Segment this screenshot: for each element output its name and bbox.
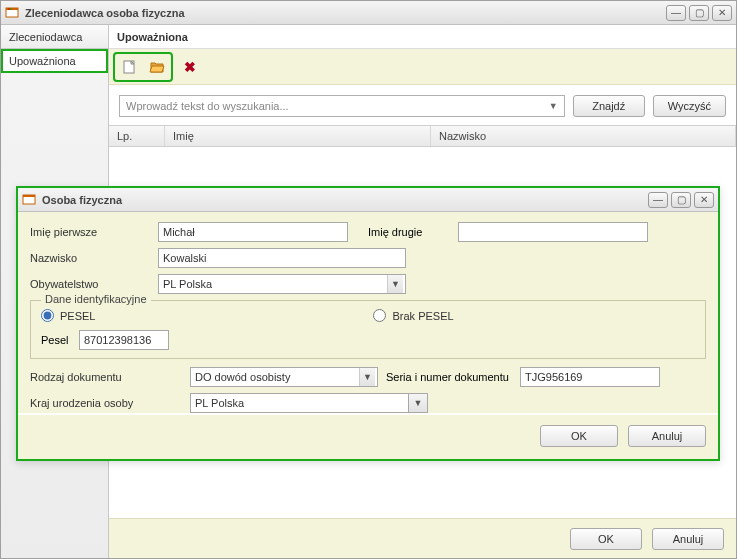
minimize-button[interactable]: —: [666, 5, 686, 21]
main-cancel-button[interactable]: Anuluj: [652, 528, 724, 550]
radio-pesel[interactable]: [41, 309, 54, 322]
dialog-maximize-button[interactable]: ▢: [671, 192, 691, 208]
dialog-window-controls: — ▢ ✕: [648, 192, 714, 208]
panel-header-text: Upoważniona: [117, 31, 188, 43]
app-icon: [22, 193, 36, 207]
maximize-button[interactable]: ▢: [689, 5, 709, 21]
label-pesel: Pesel: [41, 334, 79, 346]
search-bar: Wprowadź tekst do wyszukania... ▼ Znajdź…: [109, 85, 736, 125]
dialog-footer: OK Anuluj: [18, 415, 718, 459]
main-titlebar: Zleceniodawca osoba fizyczna — ▢ ✕: [1, 1, 736, 25]
input-imie-pierwsze[interactable]: [158, 222, 348, 242]
chevron-down-icon: ▼: [409, 394, 427, 412]
toolbar: ✖: [109, 49, 736, 85]
chevron-down-icon: ▼: [359, 368, 375, 386]
open-button[interactable]: [146, 56, 168, 78]
group-dane-identyfikacyjne: Dane identyfikacyjne PESEL Brak PESEL Pe…: [30, 300, 706, 359]
svg-rect-6: [23, 195, 35, 197]
col-nazwisko[interactable]: Nazwisko: [431, 126, 736, 146]
label-rodzaj-dokumentu: Rodzaj dokumentu: [30, 371, 190, 383]
input-imie-drugie[interactable]: [458, 222, 648, 242]
sidebar-tab-label: Zleceniodawca: [9, 31, 82, 43]
dialog-titlebar: Osoba fizyczna — ▢ ✕: [18, 188, 718, 212]
svg-rect-1: [6, 8, 18, 10]
new-button[interactable]: [118, 56, 140, 78]
col-lp[interactable]: Lp.: [109, 126, 165, 146]
label-obywatelstwo: Obywatelstwo: [30, 278, 158, 290]
delete-x-icon: ✖: [184, 59, 196, 75]
dialog-cancel-button[interactable]: Anuluj: [628, 425, 706, 447]
input-seria-numer[interactable]: [520, 367, 660, 387]
person-dialog: Osoba fizyczna — ▢ ✕ Imię pierwsze Imię …: [16, 186, 720, 461]
kraj-urodzenia-dropdown[interactable]: ▼: [408, 393, 428, 413]
input-pesel[interactable]: [79, 330, 169, 350]
dialog-ok-button[interactable]: OK: [540, 425, 618, 447]
group-title: Dane identyfikacyjne: [41, 293, 151, 305]
input-nazwisko[interactable]: [158, 248, 406, 268]
label-kraj-urodzenia: Kraj urodzenia osoby: [30, 397, 190, 409]
select-rodzaj-dokumentu[interactable]: DO dowód osobisty ▼: [190, 367, 378, 387]
clear-button[interactable]: Wyczyść: [653, 95, 726, 117]
dialog-body: Imię pierwsze Imię drugie Nazwisko Obywa…: [18, 212, 718, 413]
sidebar-tab-upowazniona[interactable]: Upoważniona: [1, 49, 108, 73]
label-imie-pierwsze: Imię pierwsze: [30, 226, 158, 238]
label-imie-drugie: Imię drugie: [368, 226, 458, 238]
label-nazwisko: Nazwisko: [30, 252, 158, 264]
radio-brak-pesel-label: Brak PESEL: [392, 310, 453, 322]
chevron-down-icon: ▼: [387, 275, 403, 293]
folder-open-icon: [149, 59, 165, 75]
main-footer: OK Anuluj: [109, 518, 736, 558]
close-button[interactable]: ✕: [712, 5, 732, 21]
sidebar-tab-label: Upoważniona: [9, 55, 76, 67]
toolbar-new-group: [115, 54, 171, 80]
radio-pesel-label: PESEL: [60, 310, 95, 322]
select-obywatelstwo[interactable]: PL Polska ▼: [158, 274, 406, 294]
find-button[interactable]: Znajdź: [573, 95, 645, 117]
label-seria-numer: Seria i numer dokumentu: [386, 371, 520, 383]
radio-brak-pesel[interactable]: [373, 309, 386, 322]
new-document-icon: [121, 59, 137, 75]
main-window-controls: — ▢ ✕: [666, 5, 732, 21]
svg-point-2: [8, 8, 10, 10]
app-icon: [5, 6, 19, 20]
input-kraj-urodzenia[interactable]: [190, 393, 408, 413]
delete-button[interactable]: ✖: [179, 56, 201, 78]
col-imie[interactable]: Imię: [165, 126, 431, 146]
search-placeholder: Wprowadź tekst do wyszukania...: [126, 100, 289, 112]
main-ok-button[interactable]: OK: [570, 528, 642, 550]
chevron-down-icon: ▼: [549, 101, 558, 111]
grid-header: Lp. Imię Nazwisko: [109, 125, 736, 147]
dialog-close-button[interactable]: ✕: [694, 192, 714, 208]
dialog-minimize-button[interactable]: —: [648, 192, 668, 208]
panel-header: Upoważniona: [109, 25, 736, 49]
main-title: Zleceniodawca osoba fizyczna: [25, 7, 666, 19]
svg-point-3: [10, 8, 12, 10]
dialog-title: Osoba fizyczna: [42, 194, 648, 206]
sidebar-tab-zleceniodawca[interactable]: Zleceniodawca: [1, 25, 108, 49]
search-input[interactable]: Wprowadź tekst do wyszukania... ▼: [119, 95, 565, 117]
